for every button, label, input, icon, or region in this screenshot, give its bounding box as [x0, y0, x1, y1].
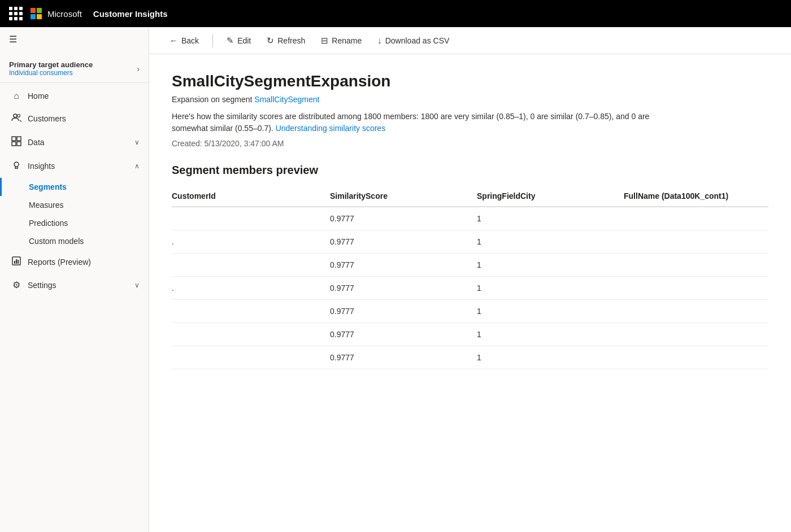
cell-springfieldcity: 1 [477, 207, 624, 230]
segment-link[interactable]: SmallCitySegment [254, 95, 319, 104]
sidebar-item-insights[interactable]: Insights ∧ [0, 154, 149, 178]
cell-springfieldcity: 1 [477, 277, 624, 300]
topbar: Microsoft Customer Insights [0, 0, 791, 27]
sidebar-sub-label: Segments [29, 182, 67, 191]
sidebar: ☰ Primary target audience Individual con… [0, 27, 149, 532]
svg-point-0 [14, 114, 17, 117]
cell-springfieldcity: 1 [477, 323, 624, 346]
audience-chevron-icon: › [137, 64, 140, 73]
audience-title: Primary target audience [9, 60, 93, 69]
svg-point-6 [14, 162, 19, 167]
similarity-scores-link[interactable]: Understanding similarity scores [276, 124, 386, 133]
page-title: SmallCitySegmentExpansion [172, 72, 768, 90]
edit-button[interactable]: ✎ Edit [220, 32, 258, 49]
microsoft-logo [31, 8, 42, 19]
table-row: 0.9777 1 [172, 346, 768, 369]
cell-fullname [624, 277, 768, 300]
insights-icon [11, 160, 22, 172]
toolbar-divider [212, 34, 213, 47]
table-row: 0.9777 1 [172, 254, 768, 277]
sidebar-item-custom-models[interactable]: Custom models [0, 232, 149, 250]
cell-springfieldcity: 1 [477, 230, 624, 254]
cell-fullname [624, 346, 768, 369]
back-button[interactable]: ← Back [163, 32, 206, 49]
col-header-customerid: CustomerId [172, 186, 330, 207]
download-button[interactable]: ↓ Download as CSV [371, 32, 456, 49]
data-chevron-icon: ∨ [134, 138, 140, 146]
subtitle-prefix: Expansion on segment [172, 95, 254, 104]
cell-springfieldcity: 1 [477, 300, 624, 323]
cell-customerid: . [172, 230, 330, 254]
cell-customerid [172, 346, 330, 369]
cell-fullname [624, 230, 768, 254]
sidebar-item-settings[interactable]: ⚙ Settings ∨ [0, 274, 149, 296]
svg-rect-8 [14, 261, 15, 264]
sidebar-item-label: Insights [28, 162, 55, 171]
refresh-button[interactable]: ↻ Refresh [260, 32, 312, 49]
download-icon: ↓ [377, 36, 382, 45]
cell-fullname [624, 254, 768, 277]
data-icon [11, 136, 22, 149]
members-table: CustomerId SimilarityScore SpringFieldCi… [172, 186, 768, 369]
col-header-fullname: FullName (Data100K_cont1) [624, 186, 768, 207]
cell-springfieldcity: 1 [477, 254, 624, 277]
customers-icon [11, 112, 22, 125]
rename-button[interactable]: ⊟ Rename [314, 32, 368, 49]
sidebar-divider [0, 82, 149, 83]
svg-rect-5 [17, 142, 21, 146]
cell-similarity: 0.9777 [330, 323, 477, 346]
sidebar-item-label: Settings [28, 281, 56, 290]
col-header-similarity: SimilarityScore [330, 186, 477, 207]
sidebar-item-predictions[interactable]: Predictions [0, 214, 149, 232]
sidebar-item-reports[interactable]: Reports (Preview) [0, 250, 149, 274]
toolbar: ← Back ✎ Edit ↻ Refresh ⊟ Rename ↓ Downl… [149, 27, 791, 54]
cell-similarity: 0.9777 [330, 300, 477, 323]
main-layout: ☰ Primary target audience Individual con… [0, 27, 791, 532]
sidebar-item-measures[interactable]: Measures [0, 196, 149, 214]
svg-rect-2 [12, 137, 16, 141]
audience-selector[interactable]: Primary target audience Individual consu… [0, 51, 149, 82]
cell-similarity: 0.9777 [330, 207, 477, 230]
insights-chevron-icon: ∧ [134, 162, 140, 170]
cell-customerid [172, 254, 330, 277]
hamburger-button[interactable]: ☰ [0, 27, 149, 51]
sidebar-item-customers[interactable]: Customers [0, 107, 149, 130]
sidebar-sub-label: Custom models [29, 237, 84, 246]
waffle-icon[interactable] [9, 7, 23, 20]
svg-point-1 [18, 115, 20, 117]
sidebar-sub-label: Predictions [29, 219, 68, 228]
audience-subtitle: Individual consumers [9, 69, 93, 77]
svg-rect-9 [16, 259, 17, 264]
cell-similarity: 0.9777 [330, 346, 477, 369]
sidebar-item-data[interactable]: Data ∨ [0, 130, 149, 154]
sidebar-item-label: Home [28, 91, 49, 101]
sidebar-item-label: Data [28, 138, 45, 147]
cell-similarity: 0.9777 [330, 230, 477, 254]
table-row: 0.9777 1 [172, 323, 768, 346]
table-row: . 0.9777 1 [172, 230, 768, 254]
cell-fullname [624, 300, 768, 323]
cell-springfieldcity: 1 [477, 346, 624, 369]
home-icon: ⌂ [11, 91, 22, 101]
edit-icon: ✎ [227, 36, 234, 46]
refresh-icon: ↻ [267, 36, 274, 46]
sidebar-item-label: Reports (Preview) [28, 258, 91, 267]
table-row: 0.9777 1 [172, 300, 768, 323]
section-title: Segment members preview [172, 164, 768, 177]
col-header-springfieldcity: SpringFieldCity [477, 186, 624, 207]
cell-fullname [624, 323, 768, 346]
sidebar-item-label: Customers [28, 114, 66, 123]
cell-customerid [172, 323, 330, 346]
cell-customerid: . [172, 277, 330, 300]
sidebar-item-segments[interactable]: Segments [0, 178, 149, 196]
page-content: SmallCitySegmentExpansion Expansion on s… [149, 54, 791, 532]
page-description: Here's how the similarity scores are dis… [172, 111, 680, 134]
svg-rect-10 [18, 260, 19, 264]
cell-customerid [172, 207, 330, 230]
rename-icon: ⊟ [321, 36, 328, 46]
content-area: ← Back ✎ Edit ↻ Refresh ⊟ Rename ↓ Downl… [149, 27, 791, 532]
sidebar-item-home[interactable]: ⌂ Home [0, 85, 149, 107]
cell-customerid [172, 300, 330, 323]
page-subtitle: Expansion on segment SmallCitySegment [172, 95, 768, 104]
table-row: 0.9777 1 [172, 207, 768, 230]
